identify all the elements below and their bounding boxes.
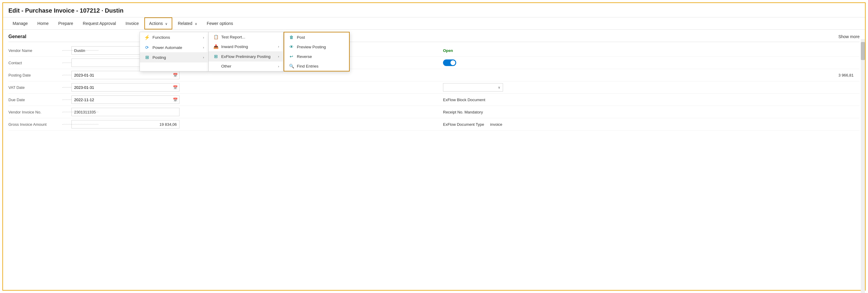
inward-posting-icon: 📥: [213, 44, 219, 49]
section-title: General: [8, 34, 26, 39]
due-date-label: Due Date: [8, 97, 62, 102]
due-date-row: Due Date 📅 ExFlow Block Document: [8, 94, 860, 106]
reverse-icon: ↩: [288, 54, 294, 59]
test-report-label: Test Report...: [221, 35, 245, 39]
menu-item-exflow-preliminary[interactable]: ⊞ ExFlow Preliminary Posting ›: [209, 51, 283, 62]
exflow-doc-type-value: invoice: [490, 122, 502, 127]
page-title: Edit - Purchase Invoice - 107212 · Dusti…: [3, 3, 865, 18]
vendor-name-row: Vendor Name Open: [8, 45, 860, 57]
exflow-preliminary-label: ExFlow Preliminary Posting: [221, 54, 271, 59]
exflow-block-label: ExFlow Block Document: [443, 97, 485, 102]
show-more-button[interactable]: Show more: [838, 34, 860, 39]
posting-date-row: Posting Date 📅 3 966,81: [8, 69, 860, 81]
preview-posting-icon: 👁: [288, 45, 294, 49]
post-icon: 🗑: [288, 35, 294, 40]
find-entries-icon: 🔍: [288, 64, 294, 68]
vat-date-label: VAT Date: [8, 85, 62, 90]
nav-bar: Manage Home Prepare Request Approval Inv…: [3, 18, 865, 30]
toggle-switch[interactable]: [443, 59, 456, 66]
menu-item-power-automate[interactable]: ⟳ Power Automate ›: [140, 42, 208, 52]
due-date-input[interactable]: [71, 95, 180, 104]
reverse-label: Reverse: [297, 54, 312, 59]
nav-request-approval[interactable]: Request Approval: [79, 18, 120, 29]
posting-icon: ⊞: [144, 55, 150, 60]
inward-posting-chevron-icon: ›: [278, 45, 279, 48]
exflow-preliminary-chevron-icon: ›: [278, 55, 279, 58]
menu-item-post[interactable]: 🗑 Post: [284, 32, 349, 42]
power-automate-chevron-icon: ›: [203, 46, 204, 49]
nav-home[interactable]: Home: [33, 18, 53, 29]
vat-date-row: VAT Date 📅 ∨: [8, 81, 860, 94]
find-entries-label: Find Entries: [297, 64, 318, 68]
functions-label: Functions: [152, 35, 170, 40]
menu-item-other[interactable]: Other ›: [209, 62, 283, 71]
status-badge: Open: [443, 48, 453, 53]
preview-posting-label: Preview Posting: [297, 45, 326, 49]
menu-item-preview-posting[interactable]: 👁 Preview Posting: [284, 42, 349, 52]
posting-chevron-icon: ›: [203, 56, 204, 59]
vendor-invoice-input[interactable]: [71, 108, 180, 116]
test-report-icon: 📋: [213, 34, 219, 39]
gross-invoice-input[interactable]: [71, 120, 180, 128]
menu-item-reverse[interactable]: ↩ Reverse: [284, 52, 349, 61]
nav-invoice[interactable]: Invoice: [121, 18, 143, 29]
nav-actions[interactable]: Actions ∨: [144, 18, 173, 29]
menu-item-find-entries[interactable]: 🔍 Find Entries: [284, 61, 349, 71]
other-label: Other: [221, 64, 231, 68]
power-automate-icon: ⟳: [144, 45, 150, 50]
exflow-doc-type-label: ExFlow Document Type: [443, 122, 484, 127]
nav-manage[interactable]: Manage: [8, 18, 32, 29]
amount-value: 3 966,81: [443, 73, 860, 78]
menu-item-test-report[interactable]: 📋 Test Report...: [209, 32, 283, 42]
post-submenu: 🗑 Post 👁 Preview Posting ↩ Reverse: [284, 32, 350, 71]
power-automate-label: Power Automate: [152, 45, 182, 50]
dropdown-field[interactable]: ∨: [443, 83, 503, 92]
nav-prepare[interactable]: Prepare: [54, 18, 78, 29]
vendor-invoice-row: Vendor Invoice No. Receipt No. Mandatory: [8, 106, 860, 118]
posting-date-calendar-icon[interactable]: 📅: [173, 73, 178, 78]
form-area: Vendor Name Open Contact ···: [8, 45, 860, 130]
gross-invoice-label: Gross Invoice Amount: [8, 122, 62, 127]
due-date-calendar-icon[interactable]: 📅: [173, 97, 178, 102]
dropdown-chevron-icon: ∨: [498, 86, 500, 89]
gross-invoice-row: Gross Invoice Amount ExFlow Document Typ…: [8, 118, 860, 130]
menu-item-functions[interactable]: ⚡ Functions ›: [140, 32, 208, 42]
functions-icon: ⚡: [144, 34, 150, 40]
vendor-name-label: Vendor Name: [8, 48, 62, 53]
other-chevron-icon: ›: [278, 64, 279, 68]
nav-related[interactable]: Related ∨: [174, 18, 201, 29]
functions-chevron-icon: ›: [203, 36, 204, 39]
posting-submenu: 📋 Test Report... 📥 Inward Posting › ⊞ Ex…: [209, 32, 284, 71]
actions-menu: ⚡ Functions › ⟳ Power Automate › ⊞ Posti…: [140, 32, 209, 71]
actions-chevron-icon: ∨: [165, 22, 167, 26]
nav-fewer-options[interactable]: Fewer options: [203, 18, 238, 29]
vat-date-input[interactable]: [71, 83, 180, 92]
vat-date-calendar-icon[interactable]: 📅: [173, 85, 178, 90]
contact-label: Contact: [8, 61, 62, 65]
general-section-header: General Show more: [8, 30, 860, 42]
contact-row: Contact ···: [8, 57, 860, 69]
receipt-no-mandatory-label: Receipt No. Mandatory: [443, 110, 483, 114]
exflow-preliminary-icon: ⊞: [213, 54, 219, 59]
posting-date-label: Posting Date: [8, 73, 62, 78]
menu-item-inward-posting[interactable]: 📥 Inward Posting ›: [209, 42, 283, 51]
related-chevron-icon: ∨: [195, 22, 197, 26]
posting-label: Posting: [152, 55, 166, 60]
vendor-invoice-label: Vendor Invoice No.: [8, 110, 62, 114]
actions-dropdown: ⚡ Functions › ⟳ Power Automate › ⊞ Posti…: [140, 32, 350, 71]
menu-item-posting[interactable]: ⊞ Posting ›: [140, 52, 208, 62]
inward-posting-label: Inward Posting: [221, 45, 248, 49]
post-label: Post: [297, 35, 305, 40]
posting-date-input[interactable]: [71, 71, 180, 79]
content-area: General Show more Vendor Name Open: [3, 30, 865, 130]
page-container: Edit - Purchase Invoice - 107212 · Dusti…: [2, 2, 866, 291]
